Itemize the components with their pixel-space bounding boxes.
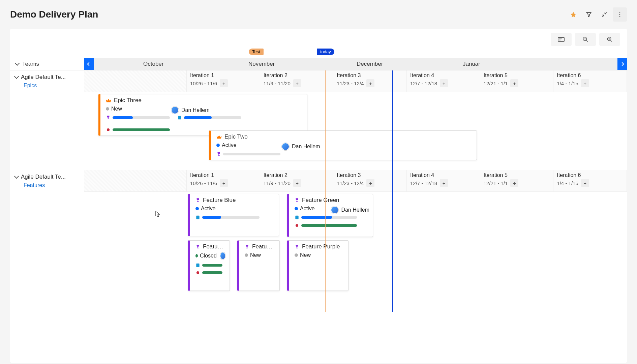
marker-test[interactable]: Test: [249, 49, 264, 55]
iteration-title: Iteration 2: [264, 172, 330, 178]
svg-line-10: [610, 40, 612, 42]
status-text: Active: [300, 206, 315, 212]
iteration-header[interactable]: Iteration 5 12/21 - 1/1+: [480, 70, 554, 92]
add-item-button[interactable]: +: [440, 79, 448, 87]
svg-rect-4: [559, 39, 562, 39]
card-title: Epic Three: [114, 97, 142, 104]
rollup-feature: [216, 152, 280, 156]
trophy-icon: [245, 244, 249, 249]
card-icon: [558, 37, 565, 42]
iteration-header[interactable]: Iteration 3 11/23 - 12/4+: [333, 170, 407, 191]
team-row[interactable]: Agile Default Te...: [15, 174, 79, 180]
work-item-card[interactable]: Feature Purple New: [287, 240, 348, 291]
iteration-dates: 12/21 - 1/1: [484, 81, 508, 86]
iteration-header[interactable]: Iteration 1 10/26 - 11/6+: [187, 170, 260, 191]
month-november: November: [248, 61, 275, 67]
add-item-button[interactable]: +: [581, 79, 589, 87]
star-icon: [570, 11, 577, 18]
book-icon: [177, 115, 182, 120]
trophy-icon: [216, 152, 221, 156]
iteration-dates: 1/4 - 1/15: [557, 81, 578, 86]
avatar: [220, 252, 225, 260]
filter-button[interactable]: [582, 7, 596, 22]
bug-icon: [195, 270, 200, 275]
avatar: [282, 143, 289, 150]
iteration-dates: 11/9 - 11/20: [264, 180, 291, 186]
card-title: Feature Green: [302, 197, 339, 204]
rollup-bug: [195, 270, 222, 275]
chevron-right-icon: [620, 62, 624, 66]
iteration-title: Iteration 2: [264, 72, 330, 79]
iteration-header[interactable]: Iteration 3 11/23 - 12/4+: [333, 70, 407, 92]
iteration-header[interactable]: Iteration 4 12/7 - 12/18+: [407, 70, 480, 92]
trophy-icon: [106, 115, 111, 120]
add-item-button[interactable]: +: [293, 179, 301, 187]
team-name: Agile Default Te...: [21, 174, 71, 180]
status-text: Active: [222, 142, 237, 148]
rollup-feature: [106, 115, 170, 120]
iteration-dates: 12/21 - 1/1: [484, 180, 508, 186]
header-actions: [566, 7, 627, 22]
card-settings-button[interactable]: [551, 33, 572, 46]
bug-icon: [295, 223, 299, 228]
pre-iteration-area: [84, 70, 187, 92]
bug-icon: [106, 127, 111, 132]
timeline-next-button[interactable]: [617, 58, 627, 70]
more-button[interactable]: [613, 7, 627, 22]
status-dot: [295, 207, 298, 210]
add-item-button[interactable]: +: [293, 79, 301, 87]
work-item-card[interactable]: Feature Blue Active: [188, 194, 279, 236]
collapse-all-icon[interactable]: [15, 61, 20, 66]
iteration-header[interactable]: Iteration 5 12/21 - 1/1+: [480, 170, 554, 191]
svg-rect-13: [178, 116, 181, 120]
work-item-card[interactable]: Feature ... Closed: [188, 240, 230, 291]
backlog-link-epics[interactable]: Epics: [24, 83, 79, 89]
work-item-card[interactable]: Epic Two Active Dan Hellem: [209, 130, 477, 160]
zoom-in-icon: [607, 36, 613, 42]
svg-line-7: [586, 40, 588, 42]
zoom-out-button[interactable]: [575, 33, 596, 46]
iteration-dates: 11/9 - 11/20: [264, 81, 291, 86]
iteration-header[interactable]: Iteration 4 12/7 - 12/18+: [407, 170, 480, 191]
iteration-title: Iteration 3: [337, 172, 403, 178]
iteration-dates: 11/23 - 12/4: [337, 81, 364, 86]
add-item-button[interactable]: +: [220, 179, 228, 187]
work-item-card[interactable]: Feature ... New: [237, 240, 280, 291]
add-item-button[interactable]: +: [510, 179, 518, 187]
status-text: New: [111, 106, 122, 112]
iteration-header[interactable]: Iteration 1 10/26 - 11/6+: [187, 70, 260, 92]
iteration-title: Iteration 5: [484, 72, 550, 79]
favorite-button[interactable]: [566, 7, 580, 22]
team-row[interactable]: Agile Default Te...: [15, 74, 79, 81]
card-title: Feature ...: [203, 243, 224, 250]
add-item-button[interactable]: +: [440, 179, 448, 187]
fullscreen-exit-button[interactable]: [597, 7, 611, 22]
iteration-header[interactable]: Iteration 2 11/9 - 11/20+: [260, 170, 334, 191]
backlog-link-features[interactable]: Features: [24, 182, 79, 188]
svg-rect-18: [196, 264, 199, 267]
zoom-in-button[interactable]: [599, 33, 620, 46]
marker-today[interactable]: today: [317, 49, 334, 55]
status-text: Active: [201, 206, 216, 212]
status-text: New: [250, 252, 261, 258]
more-icon: [617, 11, 623, 18]
zoom-out-icon: [582, 36, 588, 42]
svg-point-14: [107, 128, 110, 131]
add-item-button[interactable]: +: [581, 179, 589, 187]
iteration-dates: 10/26 - 11/6: [190, 180, 217, 186]
crown-icon: [106, 98, 111, 103]
iteration-dates: 11/23 - 12/4: [337, 180, 364, 186]
rollup-story: [177, 115, 241, 120]
timeline-prev-button[interactable]: [84, 58, 94, 70]
add-item-button[interactable]: +: [366, 79, 374, 87]
work-item-card[interactable]: Epic Three New Dan Hellem: [98, 94, 307, 136]
add-item-button[interactable]: +: [510, 79, 518, 87]
add-item-button[interactable]: +: [220, 79, 228, 87]
work-item-card[interactable]: Feature Green Active Dan Hellem: [287, 194, 373, 237]
iteration-header[interactable]: Iteration 6 1/4 - 1/15+: [553, 170, 627, 191]
add-item-button[interactable]: +: [366, 179, 374, 187]
iteration-header[interactable]: Iteration 6 1/4 - 1/15+: [553, 70, 627, 92]
book-icon: [195, 215, 200, 220]
iteration-header[interactable]: Iteration 2 11/9 - 11/20+: [260, 70, 334, 92]
svg-rect-15: [196, 216, 199, 219]
